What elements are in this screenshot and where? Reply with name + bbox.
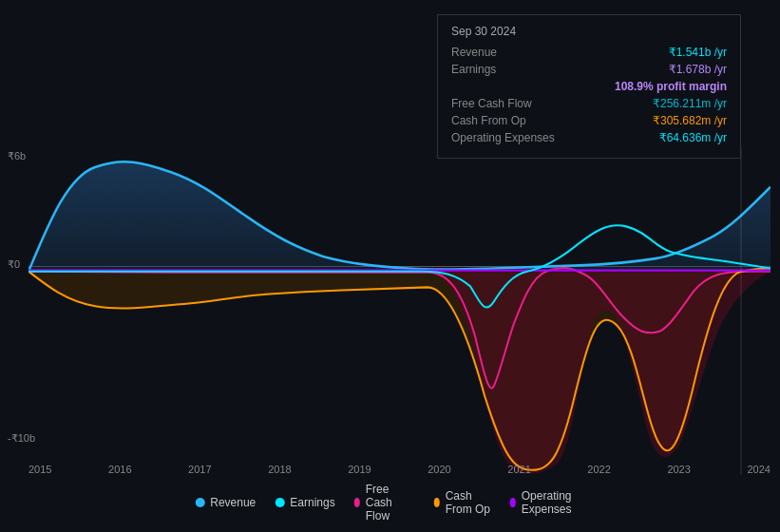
x-label-2019: 2019	[348, 464, 371, 475]
chart-area	[29, 147, 770, 475]
legend-cash-from-op[interactable]: Cash From Op	[434, 489, 491, 516]
revenue-fill	[29, 162, 770, 271]
x-label-2017: 2017	[188, 464, 211, 475]
legend-free-cashflow-dot	[354, 498, 360, 507]
y-label-mid: ₹0	[8, 258, 20, 271]
chart-legend: Revenue Earnings Free Cash Flow Cash Fro…	[195, 483, 585, 522]
legend-earnings[interactable]: Earnings	[275, 496, 334, 509]
operating-expenses-row: Operating Expenses ₹64.636m /yr	[451, 131, 727, 144]
cash-from-op-row: Cash From Op ₹305.682m /yr	[451, 114, 727, 127]
legend-opex-dot	[510, 498, 516, 507]
earnings-value: ₹1.678b /yr	[669, 63, 727, 76]
legend-revenue-dot	[195, 498, 204, 507]
x-label-2015: 2015	[29, 464, 51, 475]
free-cash-flow-label: Free Cash Flow	[451, 97, 565, 110]
operating-expenses-value: ₹64.636m /yr	[659, 131, 727, 144]
legend-cashfromop-dot	[434, 498, 440, 507]
y-label-top: ₹6b	[8, 150, 26, 162]
x-label-2016: 2016	[108, 464, 131, 475]
x-label-2018: 2018	[268, 464, 291, 475]
cash-from-op-label: Cash From Op	[451, 114, 565, 127]
legend-revenue-label: Revenue	[210, 496, 256, 509]
legend-free-cashflow-label: Free Cash Flow	[366, 483, 415, 522]
x-label-2024: 2024	[747, 464, 770, 475]
legend-revenue[interactable]: Revenue	[195, 496, 256, 509]
legend-earnings-label: Earnings	[290, 496, 334, 509]
free-cash-flow-value: ₹256.211m /yr	[653, 97, 727, 110]
legend-cashfromop-label: Cash From Op	[446, 489, 491, 516]
revenue-label: Revenue	[451, 46, 565, 59]
info-tooltip: Sep 30 2024 Revenue ₹1.541b /yr Earnings…	[437, 14, 741, 159]
x-label-2021: 2021	[507, 464, 530, 475]
x-label-2022: 2022	[587, 464, 610, 475]
info-title: Sep 30 2024	[451, 25, 727, 38]
legend-free-cash-flow[interactable]: Free Cash Flow	[354, 483, 415, 522]
profit-margin-row: 108.9% profit margin	[451, 80, 727, 93]
revenue-value: ₹1.541b /yr	[669, 46, 727, 59]
operating-expenses-label: Operating Expenses	[451, 131, 565, 144]
legend-earnings-dot	[275, 498, 284, 507]
x-axis-labels: 2015 2016 2017 2018 2019 2020 2021 2022 …	[29, 464, 770, 475]
free-cash-flow-row: Free Cash Flow ₹256.211m /yr	[451, 97, 727, 110]
revenue-row: Revenue ₹1.541b /yr	[451, 46, 727, 59]
chart-container: Sep 30 2024 Revenue ₹1.541b /yr Earnings…	[0, 0, 780, 532]
earnings-row: Earnings ₹1.678b /yr	[451, 63, 727, 76]
cash-from-op-value: ₹305.682m /yr	[653, 114, 727, 127]
legend-operating-expenses[interactable]: Operating Expenses	[510, 489, 585, 516]
x-label-2020: 2020	[428, 464, 450, 475]
profit-margin-value: 108.9% profit margin	[615, 80, 727, 93]
x-label-2023: 2023	[667, 464, 690, 475]
earnings-label: Earnings	[451, 63, 565, 76]
chart-svg	[29, 147, 770, 475]
legend-opex-label: Operating Expenses	[522, 489, 585, 516]
